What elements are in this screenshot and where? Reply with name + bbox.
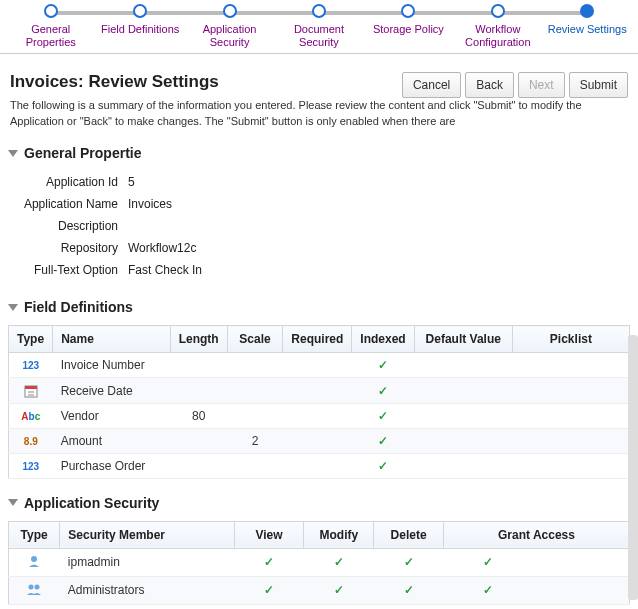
section-application-security[interactable]: Application Security: [0, 489, 638, 517]
svg-rect-1: [25, 386, 37, 389]
field-scale: [227, 378, 283, 404]
column-header[interactable]: View: [234, 521, 304, 548]
property-row: Full-Text OptionFast Check In: [10, 259, 628, 281]
property-label: Repository: [10, 241, 128, 255]
wizard-dot-icon: [491, 4, 505, 18]
table-row[interactable]: AbcVendor80✓: [9, 403, 630, 428]
field-scale: [227, 453, 283, 478]
wizard-step[interactable]: Storage Policy: [364, 4, 453, 36]
column-header[interactable]: Grant Access: [443, 521, 629, 548]
field-length: [170, 453, 227, 478]
check-icon: ✓: [404, 583, 414, 597]
decimal-type-icon: 8.9: [24, 436, 38, 447]
column-header[interactable]: Indexed: [352, 326, 414, 353]
property-value: Invoices: [128, 197, 172, 211]
column-header[interactable]: Type: [9, 326, 53, 353]
check-icon: ✓: [483, 555, 493, 569]
field-length: [170, 353, 227, 378]
section-label: Application Security: [24, 495, 159, 511]
column-header[interactable]: Length: [170, 326, 227, 353]
column-header[interactable]: Type: [9, 521, 60, 548]
user-icon: [27, 557, 41, 571]
intro-text: The following is a summary of the inform…: [0, 98, 638, 139]
field-name: Amount: [53, 428, 171, 453]
column-header[interactable]: Modify: [304, 521, 374, 548]
field-picklist: [512, 353, 629, 378]
wizard-dot-icon: [133, 4, 147, 18]
property-value: Fast Check In: [128, 263, 202, 277]
wizard-step-label: Document Security: [274, 23, 363, 49]
field-length: [170, 378, 227, 404]
security-member: Administrators: [60, 576, 234, 604]
text-type-icon: Abc: [21, 411, 40, 422]
check-icon: ✓: [264, 583, 274, 597]
table-row[interactable]: Administrators✓✓✓✓: [9, 576, 630, 604]
field-picklist: [512, 378, 629, 404]
section-label: General Propertie: [24, 145, 142, 161]
wizard-step[interactable]: Application Security: [185, 4, 274, 49]
wizard-dot-icon: [223, 4, 237, 18]
column-header[interactable]: Default Value: [414, 326, 512, 353]
svg-point-5: [29, 584, 34, 589]
check-icon: ✓: [378, 434, 388, 448]
security-member: ipmadmin: [60, 548, 234, 576]
field-name: Receive Date: [53, 378, 171, 404]
field-picklist: [512, 403, 629, 428]
column-header[interactable]: Scale: [227, 326, 283, 353]
application-security-table: TypeSecurity MemberViewModifyDeleteGrant…: [8, 521, 630, 605]
check-icon: ✓: [483, 583, 493, 597]
property-label: Full-Text Option: [10, 263, 128, 277]
field-default: [414, 378, 512, 404]
wizard-step[interactable]: Document Security: [274, 4, 363, 49]
field-scale: [227, 353, 283, 378]
svg-point-6: [35, 584, 40, 589]
table-row[interactable]: 123Invoice Number✓: [9, 353, 630, 378]
table-row[interactable]: 123Purchase Order✓: [9, 453, 630, 478]
check-icon: ✓: [404, 555, 414, 569]
column-header[interactable]: Name: [53, 326, 171, 353]
wizard-step-label: Workflow Configuration: [453, 23, 542, 49]
wizard-step[interactable]: Workflow Configuration: [453, 4, 542, 49]
back-button[interactable]: Back: [465, 72, 514, 98]
check-icon: ✓: [378, 384, 388, 398]
check-icon: ✓: [378, 409, 388, 423]
wizard-step[interactable]: Field Definitions: [95, 4, 184, 36]
toolbar: Cancel Back Next Submit: [402, 72, 628, 98]
wizard-dot-icon: [401, 4, 415, 18]
column-header[interactable]: Picklist: [512, 326, 629, 353]
property-row: RepositoryWorkflow12c: [10, 237, 628, 259]
general-properties-panel: Application Id5Application NameInvoicesD…: [0, 167, 638, 293]
cancel-button[interactable]: Cancel: [402, 72, 461, 98]
wizard-dot-icon: [312, 4, 326, 18]
submit-button[interactable]: Submit: [569, 72, 628, 98]
check-icon: ✓: [334, 555, 344, 569]
section-field-definitions[interactable]: Field Definitions: [0, 293, 638, 321]
section-general-properties[interactable]: General Propertie: [0, 139, 638, 167]
check-icon: ✓: [378, 358, 388, 372]
column-header[interactable]: Security Member: [60, 521, 234, 548]
disclosure-icon: [8, 150, 18, 157]
table-row[interactable]: ipmadmin✓✓✓✓: [9, 548, 630, 576]
wizard-steps: General PropertiesField DefinitionsAppli…: [0, 0, 638, 54]
page-title: Invoices: Review Settings: [10, 72, 219, 92]
property-row: Application NameInvoices: [10, 193, 628, 215]
column-header[interactable]: Required: [283, 326, 352, 353]
check-icon: ✓: [378, 459, 388, 473]
wizard-step-label: Field Definitions: [95, 23, 184, 36]
disclosure-icon: [8, 304, 18, 311]
field-definitions-table: TypeNameLengthScaleRequiredIndexedDefaul…: [8, 325, 630, 479]
field-default: [414, 453, 512, 478]
field-default: [414, 428, 512, 453]
field-scale: 2: [227, 428, 283, 453]
table-row[interactable]: 8.9Amount2✓: [9, 428, 630, 453]
date-type-icon: [24, 383, 38, 397]
wizard-step[interactable]: Review Settings: [543, 4, 632, 36]
column-header[interactable]: Delete: [374, 521, 444, 548]
disclosure-icon: [8, 499, 18, 506]
field-length: [170, 428, 227, 453]
table-row[interactable]: Receive Date✓: [9, 378, 630, 404]
svg-point-4: [31, 556, 37, 562]
scrollbar-thumb[interactable]: [628, 335, 638, 600]
wizard-step[interactable]: General Properties: [6, 4, 95, 49]
property-row: Description: [10, 215, 628, 237]
